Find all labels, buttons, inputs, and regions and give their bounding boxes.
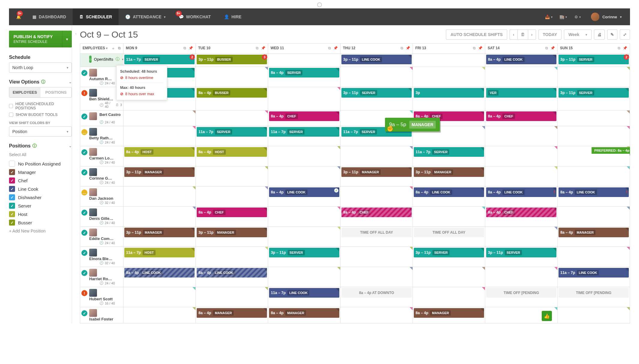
- employee-cell[interactable]: ✓Corinne Garris…🕘24 / 40: [80, 166, 123, 187]
- day-cell[interactable]: TIME OFF [PENDING: [485, 287, 558, 307]
- day-cell[interactable]: [123, 307, 196, 323]
- day-cell[interactable]: 8a – 4pMANAGER: [413, 307, 485, 323]
- employee-cell[interactable]: ✓Denis Gillespie🕘24 / 40: [80, 207, 123, 227]
- fullscreen-button[interactable]: ⤢: [620, 29, 630, 40]
- day-cell[interactable]: 8a – 4pHOST: [196, 146, 268, 166]
- copy-day-icon[interactable]: ⧉: [328, 46, 331, 50]
- dragging-shift-card[interactable]: 9a – 5p MANAGER ✊: [385, 118, 440, 132]
- day-cell[interactable]: 8a – 4pBUSSER: [196, 87, 268, 111]
- day-cell[interactable]: [268, 267, 341, 287]
- employee-cell[interactable]: …Dan Jackson🕘32 / 40: [80, 187, 123, 207]
- employee-cell[interactable]: ✓Elnora Blevins🕘32 / 40: [80, 247, 123, 267]
- day-cell[interactable]: [196, 247, 268, 267]
- day-cell[interactable]: 8a – 4pMANAGER: [268, 307, 341, 323]
- help-icon[interactable]: ⓘ: [116, 56, 120, 62]
- shift-block[interactable]: 3p: [414, 88, 484, 98]
- viewoptions-heading[interactable]: View Options ⓘ⌄: [9, 77, 72, 87]
- day-cell[interactable]: 8a – 4pCHEF: [196, 207, 268, 227]
- edit-button[interactable]: ✎: [607, 29, 617, 40]
- publish-button[interactable]: PUBLISH & NOTIFY ENTIRE SCHEDULE ▾: [9, 31, 72, 47]
- position-filter-manager[interactable]: Manager: [9, 168, 72, 176]
- day-cell[interactable]: [341, 187, 413, 207]
- day-cell[interactable]: [341, 67, 413, 87]
- day-cell[interactable]: 8a – 4pLINE COOK: [196, 267, 268, 287]
- day-cell[interactable]: 3p – 11pSERVER: [268, 247, 341, 267]
- shift-block[interactable]: 11a – 7pSERVER: [414, 147, 484, 157]
- shift-block[interactable]: 3p – 11pBUSSER: [197, 55, 267, 64]
- day-cell[interactable]: PREFERRED: 8a – 4p: [558, 146, 630, 166]
- employee-cell[interactable]: ✓Carmen Lowe🕘24 / 40: [80, 146, 123, 166]
- user-menu[interactable]: Corinne ▾: [585, 13, 628, 21]
- day-cell[interactable]: 11a – 7pLINE COOK: [558, 267, 630, 287]
- pin-day-icon[interactable]: 📌: [333, 46, 338, 50]
- position-filter-server[interactable]: Server: [9, 202, 72, 210]
- day-cell[interactable]: 11a – 7pSERVER: [196, 126, 268, 146]
- day-cell[interactable]: [558, 166, 630, 187]
- day-cell[interactable]: 8a – 4pLINE COOK: [413, 187, 485, 207]
- timeoff-block[interactable]: TIME OFF [PENDING: [486, 288, 556, 298]
- nav-hire[interactable]: 👤HIRE: [217, 8, 248, 25]
- day-cell[interactable]: [485, 227, 558, 247]
- toggle-employees[interactable]: EMPLOYEES: [9, 87, 41, 97]
- shift-block[interactable]: 3p – 11pSERVER: [559, 55, 629, 64]
- shift-block[interactable]: 8a – 4pLINE COOK: [486, 55, 556, 64]
- day-cell[interactable]: 8a – 4pLINE COOK: [123, 267, 196, 287]
- timeoff-block[interactable]: 8a – 4p AT DOWNTO: [341, 288, 412, 298]
- day-cell[interactable]: [413, 207, 485, 227]
- shift-block[interactable]: 8a – 4pCHEF: [486, 208, 556, 217]
- shift-block[interactable]: 8a – 4pHOST: [197, 147, 267, 157]
- employee-cell[interactable]: ✓Bert Castro🕘24 / 40: [80, 111, 123, 126]
- copy-day-icon[interactable]: ⧉: [401, 46, 403, 50]
- view-select[interactable]: Week▾: [564, 29, 592, 40]
- shift-block[interactable]: 11a – 7pSERVER: [269, 127, 339, 137]
- positions-select-all[interactable]: Select All: [9, 151, 72, 159]
- day-cell[interactable]: VER: [485, 87, 558, 111]
- position-filter-dishwasher[interactable]: Dishwasher: [9, 193, 72, 202]
- shift-block[interactable]: 3p – 11pLINE COOK: [341, 55, 412, 64]
- pin-day-icon[interactable]: 📌: [478, 46, 483, 50]
- alerts-button[interactable]: 🔔 9+: [11, 8, 26, 25]
- day-cell[interactable]: [558, 207, 630, 227]
- day-cell[interactable]: 8a – 4pMANAGER: [196, 307, 268, 323]
- shift-block[interactable]: 3p – 11pSERVER: [341, 88, 412, 98]
- employee-cell[interactable]: ✓Eddie Combs🕘24 / 40: [80, 227, 123, 247]
- day-cell[interactable]: [123, 126, 196, 146]
- day-cell[interactable]: 8a – 4pLINE COOK✓: [268, 187, 341, 207]
- copy-day-icon[interactable]: ⧉: [545, 46, 548, 50]
- day-cell[interactable]: [196, 67, 268, 87]
- day-cell[interactable]: [268, 87, 341, 111]
- shift-block[interactable]: 3p – 11pSERVER: [559, 88, 629, 98]
- day-cell[interactable]: [485, 126, 558, 146]
- day-cell[interactable]: 8a – 4pLINE COOK: [485, 54, 558, 67]
- day-cell[interactable]: [341, 267, 413, 287]
- day-cell[interactable]: [123, 187, 196, 207]
- day-cell[interactable]: [485, 67, 558, 87]
- day-cell[interactable]: 3p – 11pSERVER: [485, 247, 558, 267]
- shift-block[interactable]: 11a – 7pLINE COOK: [269, 288, 339, 298]
- auto-schedule-button[interactable]: AUTO SCHEDULE SHIFTS: [446, 29, 507, 40]
- shift-block[interactable]: 8a – 4pSERVER: [269, 68, 339, 77]
- day-cell[interactable]: 8a – 4pLINE COOK!: [558, 187, 630, 207]
- day-cell[interactable]: 8a – 4pHOST: [123, 146, 196, 166]
- shift-block[interactable]: 8a – 4pLINE COOK: [197, 268, 267, 278]
- day-cell[interactable]: 8a – 4pSERVER: [268, 67, 341, 87]
- day-cell[interactable]: [558, 67, 630, 87]
- day-cell[interactable]: [196, 187, 268, 207]
- shift-block[interactable]: VER: [486, 88, 556, 98]
- day-cell[interactable]: [123, 287, 196, 307]
- next-week-button[interactable]: ›: [528, 29, 536, 40]
- shift-block[interactable]: 8a – 4pLINE COOK!: [486, 187, 556, 197]
- day-cell[interactable]: TIME OFF [PENDING: [558, 287, 630, 307]
- day-cell[interactable]: 3p – 11pMANAGER: [123, 166, 196, 187]
- shift-block[interactable]: 8a – 4pLINE COOK✓: [269, 187, 339, 197]
- day-cell[interactable]: [123, 111, 196, 126]
- add-position[interactable]: + Add New Position: [9, 227, 72, 233]
- shift-block[interactable]: 8a – 4pCHEF: [197, 208, 267, 217]
- day-cell[interactable]: 8a – 4pMANAGER: [558, 227, 630, 247]
- prev-week-button[interactable]: ‹: [510, 29, 517, 40]
- day-cell[interactable]: 8a – 4pCHEF: [485, 111, 558, 126]
- feedback-fab[interactable]: 👍: [542, 311, 552, 321]
- day-cell[interactable]: 3p – 11pMANAGER: [341, 166, 413, 187]
- position-filter-no-position-assigned[interactable]: No Position Assigned: [9, 159, 72, 168]
- day-cell[interactable]: 3p – 11pLINE COOK: [341, 54, 413, 67]
